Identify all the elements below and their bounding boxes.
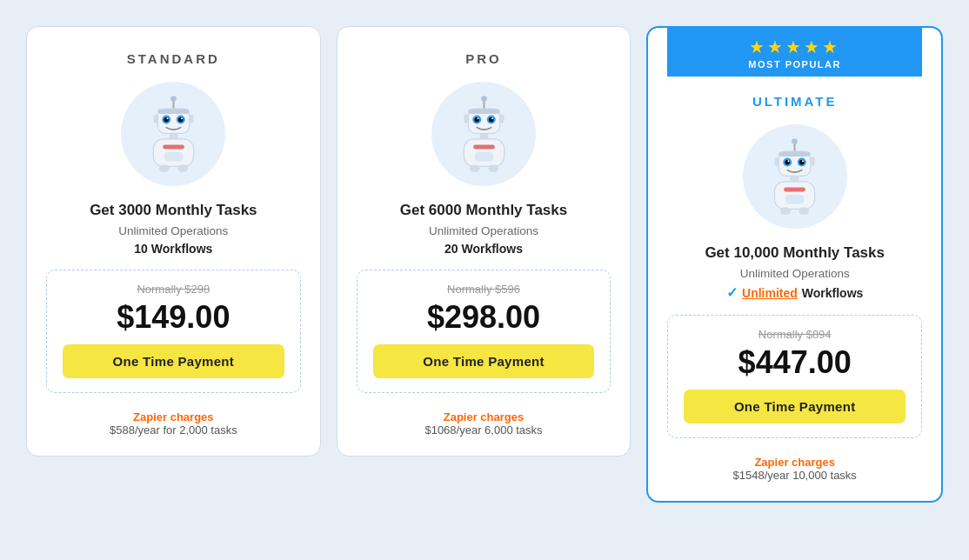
svg-rect-51 [785,194,804,203]
svg-rect-9 [153,114,158,123]
main-price: $447.00 [684,344,906,381]
workflows-label: ✓ Unlimited Workflows [726,284,863,301]
price-box: Normally $298 $149.00 One Time Payment [46,270,301,393]
popular-banner: ★★★★★ MOST POPULAR [667,28,922,77]
price-box: Normally $894 $447.00 One Time Payment [667,315,922,438]
svg-point-7 [166,117,168,119]
operations-label: Unlimited Operations [118,224,228,237]
zapier-title: Zapier charges [424,410,542,423]
svg-point-5 [164,117,169,122]
svg-rect-46 [810,157,815,165]
stars: ★★★★★ [749,37,840,57]
svg-rect-53 [799,207,810,214]
tasks-label: Get 10,000 Monthly Tasks [705,244,885,262]
payment-button[interactable]: One Time Payment [63,344,284,378]
svg-rect-29 [468,109,499,114]
robot-image [743,124,847,229]
zapier-title: Zapier charges [732,456,856,469]
svg-point-42 [799,159,805,164]
main-price: $149.00 [63,299,284,336]
svg-rect-16 [159,164,170,171]
plan-title: STANDARD [127,51,220,66]
operations-label: Unlimited Operations [740,267,850,280]
svg-rect-35 [488,164,498,171]
svg-rect-48 [791,176,799,182]
pricing-container: STANDARD Get 3000 Monthly TasksUnlimited… [9,17,960,511]
workflows-suffix: Workflows [802,286,864,300]
unlimited-text: Unlimited [742,286,798,300]
robot-image [121,82,225,186]
payment-button[interactable]: One Time Payment [684,390,906,423]
svg-rect-47 [779,151,810,157]
svg-point-23 [474,117,479,122]
normal-price: Normally $894 [684,328,906,341]
zapier-detail: $588/year for 2,000 tasks [110,423,237,437]
zapier-detail: $1548/year 10,000 tasks [732,469,856,482]
svg-rect-27 [464,114,469,123]
svg-point-8 [181,117,183,119]
pricing-card-pro: PRO Get 6000 Monthly TasksUnlimited Oper… [337,26,632,457]
svg-rect-50 [784,187,805,191]
zapier-charges: Zapier charges $1548/year 10,000 tasks [732,456,856,482]
svg-rect-15 [164,151,183,161]
pricing-card-standard: STANDARD Get 3000 Monthly TasksUnlimited… [26,26,321,457]
zapier-charges: Zapier charges $1068/year 6,000 tasks [424,410,542,437]
svg-rect-30 [479,133,488,139]
svg-point-41 [785,159,791,164]
plan-title: ULTIMATE [752,94,838,109]
svg-rect-14 [163,144,184,149]
svg-rect-34 [469,164,479,171]
workflows-label: 20 Workflows [444,242,523,256]
price-box: Normally $596 $298.00 One Time Payment [357,270,611,393]
svg-rect-52 [780,207,791,214]
svg-rect-17 [177,164,188,171]
svg-rect-28 [498,114,504,123]
svg-rect-12 [169,133,177,139]
svg-rect-11 [157,109,189,114]
tasks-label: Get 3000 Monthly Tasks [90,202,257,219]
pricing-card-ultimate: ★★★★★ MOST POPULAR ULTIMATE Get 1 [646,26,943,503]
svg-rect-10 [189,114,194,123]
main-price: $298.00 [373,299,595,336]
svg-point-1 [170,96,177,102]
operations-label: Unlimited Operations [429,224,538,237]
svg-rect-32 [473,144,495,149]
check-icon: ✓ [726,284,738,301]
svg-rect-33 [474,151,492,161]
svg-rect-45 [775,157,780,165]
payment-button[interactable]: One Time Payment [373,344,595,378]
svg-point-24 [488,117,493,122]
plan-title: PRO [465,51,502,66]
zapier-charges: Zapier charges $588/year for 2,000 tasks [110,410,237,437]
tasks-label: Get 6000 Monthly Tasks [400,202,567,219]
svg-point-19 [481,96,487,102]
svg-point-25 [477,117,478,119]
robot-image [431,82,536,186]
most-popular-label: MOST POPULAR [748,59,841,70]
svg-point-44 [802,160,804,162]
zapier-detail: $1068/year 6,000 tasks [424,423,542,437]
workflows-label: 10 Workflows [134,242,212,256]
svg-point-43 [788,160,790,162]
svg-point-6 [178,117,184,122]
zapier-title: Zapier charges [110,410,237,423]
svg-point-37 [792,138,798,144]
normal-price: Normally $298 [63,283,284,296]
svg-point-26 [491,117,493,119]
normal-price: Normally $596 [373,283,595,296]
